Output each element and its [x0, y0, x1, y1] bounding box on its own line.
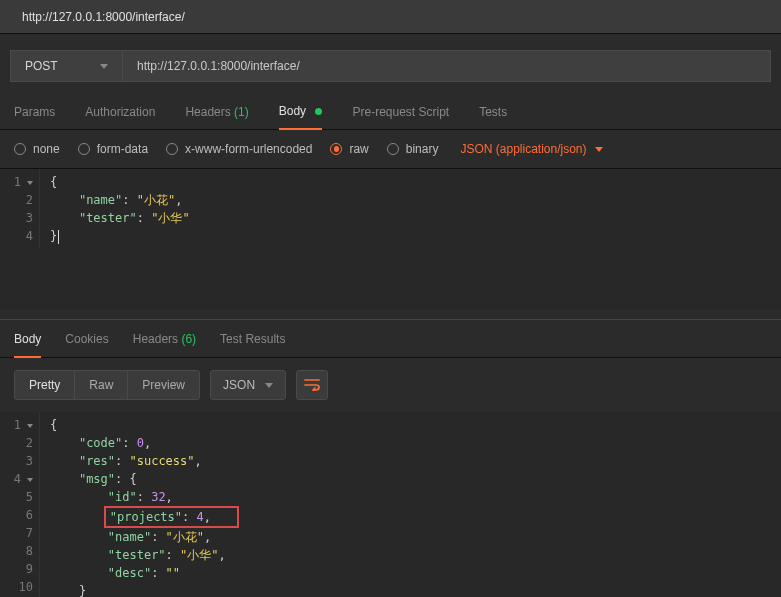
body-type-row: none form-data x-www-form-urlencoded raw… — [0, 130, 781, 169]
tab-body-label: Body — [279, 104, 306, 118]
code-token: "tester" — [108, 548, 166, 562]
window-tab-bar: http://127.0.0.1:8000/interface/ — [0, 0, 781, 34]
radio-icon — [78, 143, 90, 155]
response-headers-count: (6) — [181, 332, 196, 346]
line-number: 4 — [0, 227, 33, 245]
tab-tests[interactable]: Tests — [479, 105, 507, 129]
body-dirty-indicator-icon — [315, 108, 322, 115]
request-tab[interactable]: http://127.0.0.1:8000/interface/ — [10, 2, 197, 32]
line-gutter: 1 2 3 4 — [0, 169, 40, 249]
http-method-select[interactable]: POST — [10, 50, 122, 82]
code-token: "desc" — [108, 566, 151, 580]
line-number: 10 — [0, 578, 33, 596]
line-number: 2 — [0, 191, 33, 209]
headers-count: (1) — [234, 105, 249, 119]
body-type-none[interactable]: none — [14, 142, 60, 156]
code-token: 0 — [137, 436, 144, 450]
body-type-binary[interactable]: binary — [387, 142, 439, 156]
code-token: } — [50, 229, 57, 243]
code-token: 4 — [197, 510, 204, 524]
request-body-editor[interactable]: 1 2 3 4 { "name": "小花", "tester": "小华" } — [0, 169, 781, 309]
response-tab-cookies[interactable]: Cookies — [65, 320, 108, 357]
line-gutter: 1 2 3 4 5 6 7 8 9 10 11 — [0, 412, 40, 597]
response-tab-test-results[interactable]: Test Results — [220, 320, 285, 357]
response-tab-headers[interactable]: Headers (6) — [133, 320, 196, 357]
response-format-value: JSON — [223, 378, 255, 392]
view-raw-button[interactable]: Raw — [74, 371, 127, 399]
http-method-value: POST — [25, 59, 58, 73]
response-format-select[interactable]: JSON — [210, 370, 286, 400]
code-token: "小华" — [151, 211, 189, 225]
body-type-urlencoded-label: x-www-form-urlencoded — [185, 142, 312, 156]
code-token: "小花" — [137, 193, 175, 207]
radio-icon — [330, 143, 342, 155]
body-type-formdata-label: form-data — [97, 142, 148, 156]
response-tab-headers-label: Headers — [133, 332, 178, 346]
tab-headers-label: Headers — [185, 105, 230, 119]
line-number: 4 — [14, 472, 21, 486]
tab-params[interactable]: Params — [14, 105, 55, 129]
tab-headers[interactable]: Headers (1) — [185, 105, 248, 129]
chevron-down-icon — [100, 64, 108, 69]
body-type-raw-label: raw — [349, 142, 368, 156]
code-token: 32 — [151, 490, 165, 504]
body-type-binary-label: binary — [406, 142, 439, 156]
line-number: 6 — [0, 506, 33, 524]
url-input[interactable]: http://127.0.0.1:8000/interface/ — [122, 50, 771, 82]
line-number: 3 — [0, 209, 33, 227]
body-type-urlencoded[interactable]: x-www-form-urlencoded — [166, 142, 312, 156]
tab-prerequest[interactable]: Pre-request Script — [352, 105, 449, 129]
body-type-formdata[interactable]: form-data — [78, 142, 148, 156]
code-token: { — [50, 175, 57, 189]
code-token: "tester" — [79, 211, 137, 225]
code-area[interactable]: { "code": 0, "res": "success", "msg": { … — [40, 412, 239, 597]
radio-icon — [14, 143, 26, 155]
code-token: "code" — [79, 436, 122, 450]
code-token: "name" — [79, 193, 122, 207]
text-cursor — [58, 230, 59, 244]
radio-icon — [387, 143, 399, 155]
code-token: "" — [166, 566, 180, 580]
request-url-row: POST http://127.0.0.1:8000/interface/ — [0, 34, 781, 90]
fold-icon[interactable] — [27, 424, 33, 428]
view-mode-group: Pretty Raw Preview — [14, 370, 200, 400]
content-type-value: JSON (application/json) — [460, 142, 586, 156]
code-token: "res" — [79, 454, 115, 468]
radio-icon — [166, 143, 178, 155]
fold-icon[interactable] — [27, 181, 33, 185]
response-body-viewer[interactable]: 1 2 3 4 5 6 7 8 9 10 11 { "code": 0, "re… — [0, 412, 781, 597]
fold-icon[interactable] — [27, 478, 33, 482]
code-token: "success" — [129, 454, 194, 468]
response-tabs: Body Cookies Headers (6) Test Results — [0, 319, 781, 358]
response-tab-body[interactable]: Body — [14, 320, 41, 358]
line-number: 2 — [0, 434, 33, 452]
code-token: "projects" — [110, 510, 182, 524]
url-value: http://127.0.0.1:8000/interface/ — [137, 59, 300, 73]
code-area[interactable]: { "name": "小花", "tester": "小华" } — [40, 169, 190, 249]
wrap-lines-button[interactable] — [296, 370, 328, 400]
code-token: "小华" — [180, 548, 218, 562]
code-token: "小花" — [166, 530, 204, 544]
code-token: "name" — [108, 530, 151, 544]
line-number: 1 — [14, 418, 21, 432]
view-pretty-button[interactable]: Pretty — [15, 371, 74, 399]
tab-authorization[interactable]: Authorization — [85, 105, 155, 129]
code-token: } — [79, 584, 86, 597]
content-type-select[interactable]: JSON (application/json) — [460, 142, 602, 156]
highlighted-annotation: "projects": 4, — [104, 506, 239, 528]
line-number: 8 — [0, 542, 33, 560]
request-subtabs: Params Authorization Headers (1) Body Pr… — [0, 90, 781, 130]
line-number: 1 — [14, 175, 21, 189]
code-token: "id" — [108, 490, 137, 504]
body-type-raw[interactable]: raw — [330, 142, 368, 156]
response-view-bar: Pretty Raw Preview JSON — [0, 358, 781, 412]
code-token: "msg" — [79, 472, 115, 486]
tab-body[interactable]: Body — [279, 104, 323, 130]
chevron-down-icon — [265, 383, 273, 388]
chevron-down-icon — [595, 147, 603, 152]
view-preview-button[interactable]: Preview — [127, 371, 199, 399]
line-number: 9 — [0, 560, 33, 578]
wrap-lines-icon — [304, 379, 320, 391]
body-type-none-label: none — [33, 142, 60, 156]
line-number: 3 — [0, 452, 33, 470]
